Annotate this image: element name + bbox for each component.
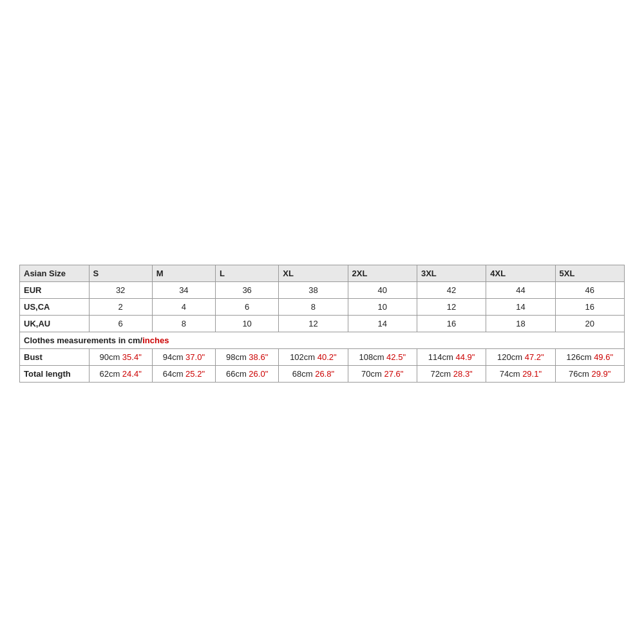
size-table: Asian Size S M L XL 2XL 3XL 4XL 5XL EUR3… (19, 265, 625, 383)
row-label: EUR (20, 281, 90, 298)
col-5xl: 5XL (555, 265, 624, 281)
row-label: UK,AU (20, 315, 90, 332)
col-l: L (216, 265, 279, 281)
measurements-header-cell: Clothes measurements in cm/inches (20, 332, 625, 348)
cell-value: 38 (279, 281, 348, 298)
cell-value: 44 (486, 281, 555, 298)
cell-value: 14 (348, 315, 417, 332)
col-4xl: 4XL (486, 265, 555, 281)
cell-value: 36 (216, 281, 279, 298)
bust-cell: 98cm 38.6" (216, 348, 279, 365)
cell-value: 20 (555, 315, 624, 332)
cell-value: 12 (279, 315, 348, 332)
bust-cell: 108cm 42.5" (348, 348, 417, 365)
total-length-cell: 70cm 27.6" (348, 365, 417, 382)
cell-value: 16 (417, 315, 486, 332)
total-length-cell: 66cm 26.0" (216, 365, 279, 382)
table-row: US,CA246810121416 (20, 298, 625, 315)
cell-value: 40 (348, 281, 417, 298)
cell-value: 42 (417, 281, 486, 298)
bust-label: Bust (20, 348, 90, 365)
total-length-row: Total length62cm 24.4"64cm 25.2"66cm 26.… (20, 365, 625, 382)
cell-value: 12 (417, 298, 486, 315)
cell-value: 10 (216, 315, 279, 332)
col-xl: XL (279, 265, 348, 281)
total-length-cell: 62cm 24.4" (89, 365, 152, 382)
cell-value: 46 (555, 281, 624, 298)
asian-size-header: Asian Size (20, 265, 90, 281)
total-length-label: Total length (20, 365, 90, 382)
cell-value: 8 (279, 298, 348, 315)
bust-cell: 126cm 49.6" (555, 348, 624, 365)
cell-value: 34 (152, 281, 215, 298)
bust-cell: 102cm 40.2" (279, 348, 348, 365)
total-length-cell: 72cm 28.3" (417, 365, 486, 382)
cell-value: 8 (152, 315, 215, 332)
col-2xl: 2XL (348, 265, 417, 281)
measurements-header-row: Clothes measurements in cm/inches (20, 332, 625, 348)
col-3xl: 3XL (417, 265, 486, 281)
table-row: EUR3234363840424446 (20, 281, 625, 298)
col-s: S (89, 265, 152, 281)
cell-value: 6 (216, 298, 279, 315)
table-row: UK,AU68101214161820 (20, 315, 625, 332)
total-length-cell: 76cm 29.9" (555, 365, 624, 382)
cell-value: 32 (89, 281, 152, 298)
bust-cell: 120cm 47.2" (486, 348, 555, 365)
cell-value: 6 (89, 315, 152, 332)
total-length-cell: 68cm 26.8" (279, 365, 348, 382)
total-length-cell: 74cm 29.1" (486, 365, 555, 382)
total-length-cell: 64cm 25.2" (152, 365, 215, 382)
col-m: M (152, 265, 215, 281)
column-header-row: Asian Size S M L XL 2XL 3XL 4XL 5XL (20, 265, 625, 281)
size-chart-container: Asian Size S M L XL 2XL 3XL 4XL 5XL EUR3… (13, 256, 631, 389)
cell-value: 18 (486, 315, 555, 332)
bust-cell: 114cm 44.9" (417, 348, 486, 365)
row-label: US,CA (20, 298, 90, 315)
cell-value: 2 (89, 298, 152, 315)
cell-value: 16 (555, 298, 624, 315)
bust-cell: 90cm 35.4" (89, 348, 152, 365)
cell-value: 10 (348, 298, 417, 315)
cell-value: 14 (486, 298, 555, 315)
bust-row: Bust90cm 35.4"94cm 37.0"98cm 38.6"102cm … (20, 348, 625, 365)
cell-value: 4 (152, 298, 215, 315)
bust-cell: 94cm 37.0" (152, 348, 215, 365)
